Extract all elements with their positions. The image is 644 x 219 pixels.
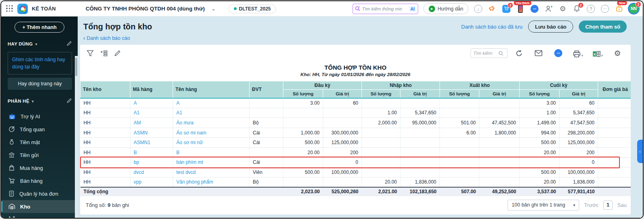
item-name-link[interactable]: bàn phím mt	[176, 159, 203, 165]
current-page-button[interactable]: 1	[603, 200, 613, 210]
sidebar-scrollbar[interactable]	[75, 56, 78, 218]
pin-hint-box[interactable]: Ghim các tính năng hay dùng tại đây	[8, 52, 72, 74]
sidebar-item-tro-ly-ai[interactable]: Trợ lý AI	[1, 110, 78, 123]
database-badge[interactable]: DLTEST_2025	[229, 4, 276, 13]
table-search-box[interactable]	[471, 48, 508, 58]
col-so-luong[interactable]: Số lượng	[283, 90, 323, 98]
scrollbar-thumb[interactable]	[75, 58, 77, 76]
sidebar-item-cong-cu-dung-cu[interactable]: Công cụ dụng cụ	[1, 213, 78, 218]
col-group-dau-ky[interactable]: Đầu kỳ	[283, 81, 362, 90]
export-excel-button[interactable]: X ▾	[592, 49, 603, 58]
caret-down-icon[interactable]: ▾	[35, 42, 37, 46]
sidebar-item-kho[interactable]: Kho	[1, 200, 78, 213]
item-code-link[interactable]: A1	[134, 110, 140, 116]
announcement-button[interactable]	[488, 4, 497, 13]
item-code-link[interactable]: A	[134, 100, 137, 106]
sidebar-item-quan-ly-hoa-don[interactable]: Quản lý hóa đơn	[1, 187, 78, 200]
notifications-button[interactable]: 2	[572, 4, 581, 13]
col-group-nhap-kho[interactable]: Nhập kho	[362, 81, 440, 90]
topbar: KẾ TOÁN CÔNG TY TNHH PHÒNG QTDH 004 (dùn…	[1, 1, 643, 17]
item-name-link[interactable]: test dvcd	[176, 169, 196, 175]
col-so-luong[interactable]: Số lượng	[520, 90, 559, 98]
add-user-button[interactable]	[544, 4, 553, 13]
caret-down-icon: ▾	[581, 54, 583, 58]
filter-button[interactable]	[85, 49, 95, 58]
cell-ten-kho: HH	[80, 147, 130, 157]
col-gia-tri[interactable]: Giá trị	[400, 90, 440, 98]
refresh-button[interactable]	[514, 49, 524, 58]
col-don-gia-ban[interactable]: Đơn giá bá	[598, 81, 631, 98]
choose-params-button[interactable]: Chọn tham số	[579, 21, 627, 33]
pin-current-page-button[interactable]: Hay dùng trang này	[8, 78, 72, 90]
edit-button[interactable]	[112, 49, 123, 58]
ellipsis-icon: ⋯	[601, 5, 609, 13]
item-code-link[interactable]: bp	[134, 159, 139, 165]
page-size-select[interactable]: 100 bản ghi trên 1 trang ▾	[508, 200, 579, 211]
download-button[interactable]: ↓	[474, 4, 483, 13]
item-name-link[interactable]: B	[176, 150, 180, 155]
col-group-cuoi-ky[interactable]: Cuối kỳ	[520, 81, 598, 90]
email-button[interactable]	[533, 49, 544, 58]
col-dvt[interactable]: ĐVT	[250, 81, 283, 98]
col-so-luong[interactable]: Số lượng	[440, 90, 479, 98]
add-column-button[interactable]	[99, 49, 109, 58]
smart-search-input[interactable]	[362, 6, 402, 11]
item-code-link[interactable]: ASMN	[134, 130, 148, 136]
col-ten-kho[interactable]: Tên kho	[80, 81, 130, 98]
next-page-button[interactable]: Sau	[617, 202, 627, 208]
settings-button[interactable]: ⚙	[558, 4, 567, 13]
saved-reports-link[interactable]: Danh sách báo cáo đã lưu	[461, 24, 523, 30]
quick-add-button[interactable]: + Thêm nhanh	[14, 22, 64, 33]
company-name[interactable]: CÔNG TY TNHH PHÒNG QTDH 004 (dùng thử)	[86, 6, 205, 12]
breadcrumb[interactable]: ‹Danh sách báo cáo	[78, 33, 643, 41]
sidebar-item-tien-gui[interactable]: Tiền gửi	[1, 149, 78, 161]
col-ten-hang[interactable]: Tên hàng	[173, 81, 250, 98]
edit-pencil-icon[interactable]	[66, 98, 72, 104]
chat-button[interactable]: ···	[530, 4, 539, 13]
col-group-xuat-kho[interactable]: Xuất kho	[440, 81, 520, 90]
cart-button[interactable]: 2	[502, 4, 511, 13]
apps-grid-icon[interactable]	[6, 5, 13, 12]
smart-search-box[interactable]: AI	[353, 4, 418, 14]
prev-page-button[interactable]: Trước	[584, 202, 599, 208]
edit-pencil-icon[interactable]	[66, 41, 72, 47]
user-avatar[interactable]: NN 2	[629, 4, 639, 14]
table-settings-button[interactable]: ⚙	[612, 49, 623, 58]
col-gia-tri[interactable]: Giá trị	[479, 90, 520, 98]
table-search-input[interactable]	[473, 51, 498, 56]
feedback-button[interactable]: ···	[553, 49, 564, 58]
caret-down-icon[interactable]: ▾	[32, 99, 34, 103]
more-button[interactable]: ⋯	[601, 4, 609, 13]
sidebar-item-ban-hang[interactable]: Bán hàng	[1, 174, 78, 187]
col-so-luong[interactable]: Số lượng	[362, 90, 400, 98]
col-gia-tri[interactable]: Giá trị	[559, 90, 598, 98]
item-code-link[interactable]: AM	[134, 120, 141, 126]
item-name-link[interactable]: Áo sơ mi nữ	[176, 140, 203, 145]
save-report-button[interactable]: Lưu báo cáo	[528, 21, 573, 33]
item-name-link[interactable]: A	[176, 100, 180, 106]
sidebar-item-tien-mat[interactable]: Tiền mặt	[1, 136, 78, 149]
item-code-link[interactable]: dvcd	[134, 169, 144, 175]
report-title: TỔNG HỢP TỒN KHO	[80, 64, 631, 71]
sidebar-item-mua-hang[interactable]: Mua hàng	[1, 161, 78, 174]
item-code-link[interactable]: B	[134, 150, 137, 155]
sidebar-item-tong-quan[interactable]: Tổng quan	[1, 123, 78, 136]
item-name-link[interactable]: Áo mưa	[176, 120, 194, 126]
guide-button[interactable]: ▶ Hướng dẫn	[423, 3, 469, 14]
refresh-icon	[515, 50, 523, 57]
company-chevron-down-icon[interactable]: ⌄	[211, 6, 216, 12]
item-name-link[interactable]: Áo sơ mi nam	[176, 130, 206, 136]
col-gia-tri[interactable]: Giá trị	[323, 90, 362, 98]
col-ma-hang[interactable]: Mã hàng	[130, 81, 173, 98]
help-button[interactable]: ?	[586, 4, 595, 13]
item-name-link[interactable]: A1	[176, 110, 182, 116]
collapse-panel-tab[interactable]: ‹	[637, 140, 643, 163]
app-logo[interactable]	[17, 4, 28, 14]
ai-badge: AI	[409, 6, 416, 12]
item-code-link[interactable]: ASMN1	[134, 140, 150, 145]
item-name-link[interactable]: Văn phòng phẩm	[176, 179, 213, 185]
whats-new-button[interactable]: New	[615, 4, 623, 13]
mobile-app-button[interactable]: Yêu thích	[516, 4, 525, 13]
print-button[interactable]: ▾	[573, 49, 583, 58]
item-code-link[interactable]: vpp	[134, 179, 141, 185]
